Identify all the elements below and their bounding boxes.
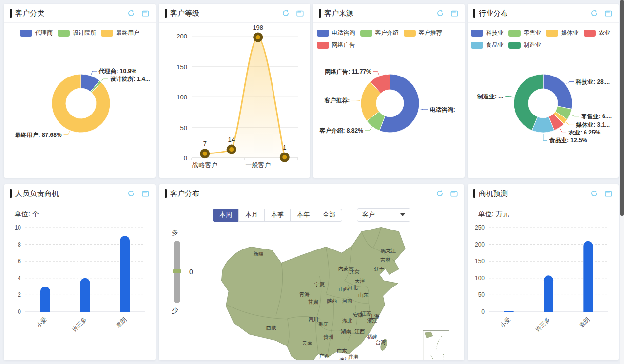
refresh-button[interactable] bbox=[436, 9, 444, 18]
legend-label: 零售业 bbox=[524, 29, 541, 37]
province-label-广东: 广东 bbox=[337, 348, 347, 354]
pie-label-line bbox=[101, 79, 108, 81]
pie-callout-label: 食品业: 12.5% bbox=[549, 137, 587, 144]
refresh-button[interactable] bbox=[590, 9, 598, 18]
maximize-button[interactable] bbox=[450, 9, 459, 18]
panel-industry: 行业分布 科技业零售业媒体业农业食品业制造业 科技业: 28....零售业: 6… bbox=[468, 4, 619, 178]
refresh-button[interactable] bbox=[127, 190, 135, 198]
bar-袁朗[interactable] bbox=[583, 241, 593, 312]
bar-小爱[interactable] bbox=[40, 287, 50, 312]
pie-callout-label: 科技业: 28.... bbox=[575, 78, 610, 85]
legend-item-电话咨询[interactable]: 电话咨询 bbox=[317, 29, 355, 37]
province-label-天津: 天津 bbox=[354, 278, 365, 284]
visualmap-handle[interactable] bbox=[173, 269, 181, 273]
maximize-button[interactable] bbox=[141, 190, 150, 198]
title-accent-bar bbox=[473, 189, 475, 198]
title-accent-bar bbox=[10, 9, 12, 18]
province-label-湖北: 湖北 bbox=[342, 318, 353, 324]
y-tick-label: 50 bbox=[180, 124, 187, 132]
panel-title: 人员负责商机 bbox=[15, 189, 59, 198]
legend-item-网络广告[interactable]: 网络广告 bbox=[317, 41, 355, 49]
legend-item-代理商[interactable]: 代理商 bbox=[20, 29, 53, 37]
panel-header: 行业分布 bbox=[468, 4, 619, 23]
donut-svg: 代理商: 10.9%设计院所: 1.4...最终用户: 87.68% bbox=[4, 51, 156, 178]
x-tick-label: 战略客户 bbox=[192, 161, 217, 169]
panel-header: 人员负责商机 bbox=[4, 184, 156, 203]
visualmap-slider: 多 0 少 bbox=[172, 229, 180, 315]
pie-slice-科技业[interactable] bbox=[543, 74, 572, 109]
refresh-icon bbox=[127, 9, 135, 17]
province-label-甘肃: 甘肃 bbox=[308, 299, 319, 305]
window-icon bbox=[605, 10, 612, 17]
tab-本季[interactable]: 本季 bbox=[264, 209, 291, 222]
legend-swatch bbox=[317, 42, 329, 49]
bar-svg: 050100150200250小爱许三多袁朗 bbox=[468, 203, 619, 360]
refresh-button[interactable] bbox=[281, 9, 290, 18]
visualmap-bar[interactable]: 0 bbox=[174, 241, 180, 303]
refresh-button[interactable] bbox=[435, 190, 444, 198]
legend-item-制造业[interactable]: 制造业 bbox=[508, 41, 541, 49]
dimension-dropdown[interactable]: 客户 bbox=[357, 208, 410, 222]
chart-area: 电话咨询客户介绍客户推荐网络广告 电话咨询:客户介绍: 8.82%客户推荐:网络… bbox=[313, 29, 465, 178]
point-value-label: 1 bbox=[283, 144, 286, 151]
maximize-button[interactable] bbox=[141, 9, 150, 18]
pie-slice-最终用户[interactable] bbox=[52, 74, 110, 133]
bar-袁朗[interactable] bbox=[120, 236, 130, 312]
refresh-button[interactable] bbox=[127, 9, 135, 18]
refresh-icon bbox=[590, 9, 598, 17]
scrollbar-track[interactable] bbox=[620, 0, 624, 364]
pie-label-line bbox=[505, 96, 513, 97]
data-point-core bbox=[282, 155, 287, 159]
tab-本年[interactable]: 本年 bbox=[290, 209, 316, 222]
legend-item-食品业[interactable]: 食品业 bbox=[471, 41, 504, 49]
legend-item-设计院所[interactable]: 设计院所 bbox=[58, 29, 96, 37]
point-value-label: 198 bbox=[253, 24, 263, 31]
pie-callout-label: 最终用户: 87.68% bbox=[15, 132, 62, 138]
legend-item-科技业[interactable]: 科技业 bbox=[471, 29, 504, 37]
title-accent-bar bbox=[165, 9, 167, 18]
maximize-button[interactable] bbox=[604, 9, 613, 18]
refresh-button[interactable] bbox=[590, 190, 598, 198]
chart-area: 代理商设计院所最终用户 代理商: 10.9%设计院所: 1.4...最终用户: … bbox=[4, 29, 156, 178]
legend-label: 客户介绍 bbox=[375, 29, 399, 37]
y-tick-label: 200 bbox=[475, 241, 485, 248]
legend-item-媒体业[interactable]: 媒体业 bbox=[546, 29, 579, 37]
title-accent-bar bbox=[319, 9, 321, 18]
y-tick-label: 150 bbox=[475, 258, 485, 265]
tab-本月[interactable]: 本月 bbox=[238, 209, 265, 222]
province-label-浙江: 浙江 bbox=[367, 317, 378, 323]
legend-item-客户推荐[interactable]: 客户推荐 bbox=[404, 29, 442, 37]
legend-item-客户介绍[interactable]: 客户介绍 bbox=[360, 29, 399, 37]
tab-全部[interactable]: 全部 bbox=[316, 209, 342, 222]
legend-item-最终用户[interactable]: 最终用户 bbox=[101, 29, 139, 37]
x-tick-label: 许三多 bbox=[71, 316, 88, 333]
bar-许三多[interactable] bbox=[80, 278, 90, 312]
bar-许三多[interactable] bbox=[544, 275, 553, 312]
y-tick-label: 6 bbox=[18, 258, 21, 265]
legend-swatch bbox=[471, 42, 483, 49]
province-label-黑龙江: 黑龙江 bbox=[381, 248, 396, 253]
legend-item-零售业[interactable]: 零售业 bbox=[508, 29, 541, 37]
panel-header: 客户分类 bbox=[4, 4, 156, 23]
pie-callout-label: 网络广告: 11.77% bbox=[325, 68, 371, 75]
maximize-button[interactable] bbox=[296, 9, 304, 18]
y-tick-label: 50 bbox=[478, 291, 485, 298]
visualmap-value: 0 bbox=[189, 268, 193, 276]
y-tick-label: 0 bbox=[481, 308, 485, 315]
pie-label-line bbox=[91, 71, 97, 75]
panel-header: 客户来源 bbox=[313, 4, 465, 23]
scrollbar-thumb[interactable] bbox=[620, 0, 624, 216]
window-icon bbox=[296, 10, 304, 17]
legend-item-农业[interactable]: 农业 bbox=[584, 29, 610, 37]
tab-本周[interactable]: 本周 bbox=[213, 209, 239, 222]
panel-title: 行业分布 bbox=[479, 9, 508, 18]
legend-label: 电话咨询 bbox=[332, 29, 355, 37]
donut-svg: 电话咨询:客户介绍: 8.82%客户推荐:网络广告: 11.77% bbox=[313, 60, 465, 178]
legend-label: 食品业 bbox=[486, 41, 504, 49]
panel-customer-source: 客户来源 电话咨询客户介绍客户推荐网络广告 电话咨询:客户介绍: 8.82%客户… bbox=[313, 4, 465, 178]
maximize-button[interactable] bbox=[450, 190, 458, 198]
panel-header: 客户等级 bbox=[159, 4, 310, 23]
pie-callout-label: 电话咨询: bbox=[430, 106, 455, 113]
maximize-button[interactable] bbox=[604, 190, 613, 198]
bar-小爱[interactable] bbox=[504, 311, 514, 312]
